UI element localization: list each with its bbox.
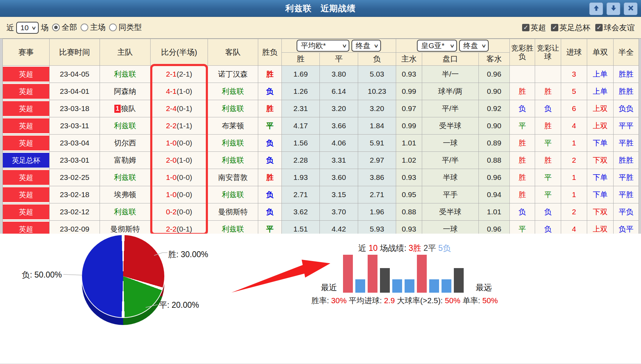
- europe-odds-value: 平均欧*: [301, 41, 326, 51]
- goals-value: 2: [572, 156, 576, 164]
- pie-label-loss: 负: 50.00%: [22, 269, 62, 280]
- jc-handicap-value: 负: [544, 104, 552, 112]
- cell-competition: 英超: [3, 169, 50, 186]
- stats-segment: 胜率:: [311, 296, 331, 305]
- cell-result: 负: [258, 203, 282, 221]
- bar-label-most-recent: 最近: [310, 282, 337, 293]
- move-down-button[interactable]: [607, 2, 620, 15]
- cell-odds-draw: 3.80: [320, 66, 358, 83]
- col-header-loss: 负: [358, 53, 396, 66]
- league-checkbox-2[interactable]: ✓球会友谊: [595, 22, 635, 33]
- filter-bar: 近 10 ∨ 场 全部主场同类型 ✓英超✓英足总杯✓球会友谊: [0, 17, 641, 39]
- radio-icon: [52, 24, 60, 31]
- cell-away-water: 0.90: [479, 83, 510, 100]
- cell-result: 负: [258, 186, 282, 203]
- bar-match-8: [429, 279, 439, 293]
- cell-odds-draw: 3.31: [320, 152, 358, 169]
- cell-handicap: 平手: [422, 186, 479, 203]
- result-value: 平: [266, 122, 274, 130]
- asia-odds-select[interactable]: 皇G亚* ∨: [417, 40, 457, 52]
- cell-away-team: 利兹联: [208, 186, 258, 203]
- jc-handicap-value: 胜: [544, 156, 552, 164]
- stats-segment: 平均进球:: [347, 296, 384, 305]
- jc-handicap-value: 胜: [544, 87, 552, 95]
- result-value: 胜: [266, 104, 274, 112]
- cell-handicap: 平/半: [422, 152, 479, 169]
- europe-stage-value: 终盘: [356, 41, 370, 51]
- score-halftime: (1-1): [177, 122, 192, 130]
- cell-home-team: 1狼队: [100, 100, 151, 117]
- cell-half-full: 平平: [614, 117, 639, 135]
- results-table: 赛事 比赛时间 主队 比分(半场) 客队 胜负 平均欧* ∨ 终盘 ∨: [2, 39, 639, 238]
- cell-odds-loss: 10.23: [358, 83, 396, 100]
- goals-value: 1: [572, 173, 576, 181]
- cell-score: 0-2(0-0): [151, 203, 208, 221]
- league-checkbox-0[interactable]: ✓英超: [522, 22, 546, 33]
- cell-handicap: 受半球: [422, 117, 479, 135]
- scope-option-1[interactable]: 主场: [81, 22, 106, 33]
- cell-odds-draw: 3.60: [320, 169, 358, 186]
- competition-badge: 英超: [3, 101, 49, 116]
- score-halftime: (0-0): [177, 190, 192, 199]
- half-full-value: 胜胜: [619, 87, 634, 95]
- summary-panel: 胜: 30.00% 平: 20.00% 负: 50.00% 近 10 场战绩: …: [0, 234, 641, 364]
- half-full-value: 平胜: [619, 173, 634, 181]
- cell-odds-win: 2.71: [282, 186, 320, 203]
- cell-handicap: 球半/两: [422, 83, 479, 100]
- cell-odds-win: 1.56: [282, 135, 320, 152]
- cell-away-water: 1.01: [479, 203, 510, 221]
- bar-title-segment: 5负: [438, 243, 451, 253]
- cell-home-team: 利兹联: [100, 169, 151, 186]
- scope-option-0[interactable]: 全部: [52, 22, 77, 33]
- chevron-down-icon: ∨: [373, 43, 379, 48]
- cell-score: 2-0(1-0): [151, 152, 208, 169]
- cell-score: 2-2(1-1): [151, 117, 208, 135]
- bar-match-10: [454, 268, 464, 293]
- cell-away-team: 布莱顿: [208, 117, 258, 135]
- cell-jc-handicap: 平: [535, 186, 561, 203]
- odd-even-value: 上双: [593, 122, 608, 130]
- competition-badge: 英超: [3, 67, 49, 82]
- goals-value: 4: [572, 225, 576, 233]
- bar-title-segment: 10: [369, 243, 378, 253]
- cell-jc-result: 负: [510, 100, 535, 117]
- cell-odds-win: 1.26: [282, 83, 320, 100]
- league-checkbox-1[interactable]: ✓英足总杯: [551, 22, 590, 33]
- result-value: 负: [266, 190, 274, 199]
- cell-odds-draw: 3.15: [320, 186, 358, 203]
- move-up-button[interactable]: [589, 2, 603, 15]
- cell-away-water: 0.96: [479, 66, 510, 83]
- goals-value: 5: [572, 87, 576, 95]
- cell-result: 胜: [258, 66, 282, 83]
- cell-jc-result: 胜: [510, 135, 535, 152]
- radio-icon: [109, 24, 117, 31]
- recent-count-select[interactable]: 10 ∨: [16, 22, 39, 34]
- away-team-name: 布莱顿: [222, 122, 244, 130]
- competition-badge: 英超: [3, 170, 49, 185]
- odd-even-value: 上单: [593, 70, 608, 78]
- col-header-score: 比分(半场): [151, 39, 208, 66]
- cell-odd-even: 下双: [587, 203, 614, 221]
- home-team-name: 曼彻斯特: [110, 225, 140, 233]
- matches-label: 场: [41, 22, 49, 33]
- goals-value: 3: [572, 70, 576, 78]
- europe-stage-select[interactable]: 终盘 ∨: [351, 40, 381, 52]
- cell-competition: 英超: [3, 66, 50, 83]
- scope-option-2[interactable]: 同类型: [109, 22, 142, 33]
- scope-option-label: 同类型: [119, 22, 142, 33]
- europe-odds-select[interactable]: 平均欧* ∨: [297, 40, 349, 52]
- asia-stage-select[interactable]: 终盘 ∨: [459, 40, 489, 52]
- league-checkbox-label: 英足总杯: [559, 22, 590, 33]
- col-header-away: 客队: [208, 39, 258, 66]
- col-header-half-full: 半全: [614, 39, 639, 66]
- home-team-name: 富勒姆: [114, 156, 136, 164]
- cell-odds-win: 2.31: [282, 100, 320, 117]
- scope-radio-group: 全部主场同类型: [49, 22, 142, 33]
- home-team-name: 利兹联: [114, 208, 136, 216]
- cell-away-water: 0.92: [479, 100, 510, 117]
- cell-odds-win: 3.62: [282, 203, 320, 221]
- close-button[interactable]: [624, 2, 637, 15]
- cell-odds-win: 1.93: [282, 169, 320, 186]
- cell-jc-result: 胜: [510, 83, 535, 100]
- cell-jc-result: 负: [510, 203, 535, 221]
